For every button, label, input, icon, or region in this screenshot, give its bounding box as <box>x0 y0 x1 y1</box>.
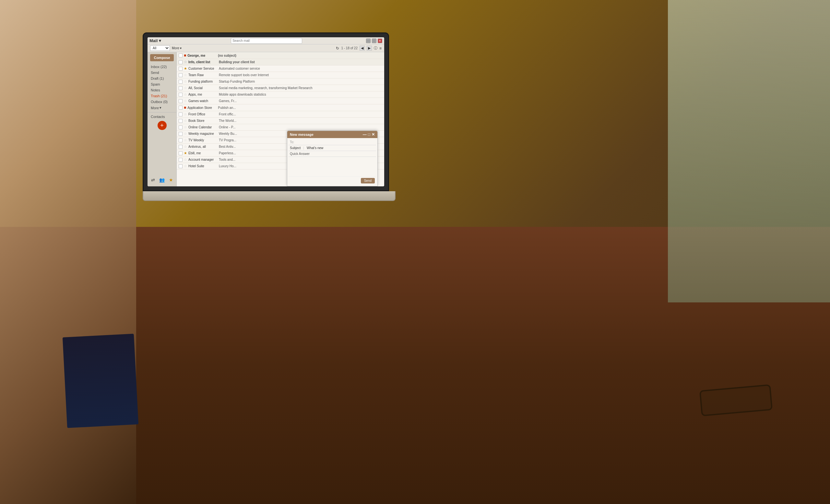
sidebar-item-contacts[interactable]: Contacts <box>148 114 177 120</box>
email-row[interactable]: ■George, me(no subject) <box>177 52 384 59</box>
email-star[interactable]: ☆ <box>184 99 187 103</box>
email-subject: Mobile apps downloads statistics <box>219 93 382 96</box>
close-button[interactable]: ✕ <box>378 39 382 43</box>
email-row[interactable]: ☆Team RawRemote support tools over Inter… <box>177 72 384 78</box>
email-checkbox[interactable] <box>179 60 183 64</box>
notebook <box>63 334 138 428</box>
sidebar-item-notes[interactable]: Notes <box>148 87 177 93</box>
email-star[interactable]: ★ <box>184 66 187 71</box>
email-sender: Funding platform <box>188 80 218 83</box>
email-row[interactable]: ■Application StorePublish an... <box>177 104 384 111</box>
filter-select[interactable]: All Unread <box>150 45 170 51</box>
toolbar: All Unread More ▾ ↻ 1 - 18 of 22 ◀ ▶ ⓘ ≡ <box>148 44 384 52</box>
sidebar-contacts-icon[interactable]: 👥 <box>159 177 165 182</box>
sidebar-item-more[interactable]: More ▾ <box>148 105 177 111</box>
email-star[interactable]: ☆ <box>184 144 187 149</box>
email-sender: Application Store <box>187 106 217 109</box>
email-row[interactable]: ☆Book StoreThe World... <box>177 117 384 124</box>
email-sender: Customer Service <box>188 67 218 70</box>
menu-icon[interactable]: ≡ <box>379 46 382 51</box>
subject-tab[interactable]: Subject <box>290 146 300 150</box>
email-checkbox[interactable] <box>179 164 183 168</box>
email-checkbox[interactable] <box>179 138 183 142</box>
email-row[interactable]: ☆Online CalendarOnline - P... <box>177 124 384 131</box>
send-button[interactable]: Send <box>361 178 375 183</box>
email-star[interactable]: ☆ <box>184 125 187 129</box>
email-row[interactable]: ☆Games watchGames, Fr... <box>177 98 384 104</box>
sidebar: Compose Inbox (22) Send Draft (1) Spam <box>148 52 177 187</box>
minimize-button[interactable]: — <box>366 39 371 43</box>
email-star[interactable]: ☆ <box>184 112 187 116</box>
email-checkbox[interactable] <box>179 93 183 97</box>
email-row[interactable]: ★Customer ServiceAutomated customer serv… <box>177 65 384 72</box>
sidebar-item-inbox[interactable]: Inbox (22) <box>148 64 177 70</box>
email-row[interactable]: ☆Apps, meMobile apps downloads statistic… <box>177 91 384 98</box>
whats-new-tab[interactable]: What's new <box>307 146 323 150</box>
refresh-icon[interactable]: ↻ <box>336 46 339 51</box>
email-subject: Building your client list <box>219 60 382 64</box>
email-star[interactable]: ☆ <box>184 119 187 123</box>
email-checkbox[interactable] <box>179 112 183 116</box>
email-row[interactable]: ☆Funding platformStartup Funding Platfor… <box>177 78 384 85</box>
popup-close-button[interactable]: ✕ <box>372 132 375 137</box>
email-checkbox[interactable] <box>179 99 183 103</box>
popup-body: To: Subject | What's new Quick Answer <box>287 138 377 186</box>
sidebar-item-trash[interactable]: Trash (21) <box>148 93 177 99</box>
laptop-screen: Mail ▾ 🎤 🔍 — □ ✕ <box>148 37 384 187</box>
to-input[interactable] <box>301 140 375 144</box>
email-checkbox[interactable] <box>179 106 183 109</box>
email-checkbox[interactable] <box>179 54 183 57</box>
maximize-button[interactable]: □ <box>372 39 376 43</box>
sidebar-item-send[interactable]: Send <box>148 70 177 75</box>
email-star[interactable]: ■ <box>184 53 186 58</box>
email-star[interactable]: ☆ <box>184 60 187 64</box>
info-icon[interactable]: ⓘ <box>374 46 377 51</box>
email-row[interactable]: ☆Info, client listBuilding your client l… <box>177 59 384 65</box>
sidebar-item-spam[interactable]: Spam <box>148 81 177 87</box>
email-star[interactable]: ☆ <box>184 86 187 90</box>
next-page-button[interactable]: ▶ <box>367 46 372 51</box>
fab-button[interactable]: + <box>158 121 167 130</box>
sidebar-star-icon[interactable]: ★ <box>169 177 173 182</box>
email-row[interactable]: ☆Front OfficeFront offic... <box>177 111 384 117</box>
email-checkbox[interactable] <box>179 67 183 71</box>
email-star[interactable]: ■ <box>184 105 186 110</box>
more-button[interactable]: More ▾ <box>172 46 182 50</box>
email-sender: Antivirus, all <box>188 145 218 148</box>
search-input[interactable] <box>231 38 302 44</box>
email-checkbox[interactable] <box>179 119 183 123</box>
prev-page-button[interactable]: ◀ <box>359 46 365 51</box>
email-checkbox[interactable] <box>179 152 183 155</box>
email-checkbox[interactable] <box>179 126 183 129</box>
sidebar-item-outbox[interactable]: Outbox (0) <box>148 99 177 105</box>
dropdown-arrow-icon[interactable]: ▾ <box>159 38 161 43</box>
email-subject: (no subject) <box>218 54 382 57</box>
email-star[interactable]: ☆ <box>184 92 187 97</box>
popup-quick-answer: Quick Answer <box>289 151 376 157</box>
email-row[interactable]: ☆All, SocialSocial media marketing, rese… <box>177 85 384 91</box>
sidebar-item-draft[interactable]: Draft (1) <box>148 75 177 81</box>
email-checkbox[interactable] <box>179 73 183 77</box>
email-star[interactable]: ☆ <box>184 158 187 162</box>
email-sender: All, Social <box>188 86 218 90</box>
popup-minimize-button[interactable]: — <box>363 132 367 137</box>
email-star[interactable]: ☆ <box>184 79 187 83</box>
email-checkbox[interactable] <box>179 132 183 136</box>
popup-to-field: To: <box>289 139 376 145</box>
email-checkbox[interactable] <box>179 80 183 83</box>
email-star[interactable]: ★ <box>184 151 187 155</box>
email-star[interactable]: ☆ <box>184 164 187 168</box>
email-checkbox[interactable] <box>179 158 183 162</box>
sidebar-settings-icon[interactable]: ⇄ <box>151 177 155 182</box>
email-checkbox[interactable] <box>179 86 183 90</box>
popup-body-area[interactable] <box>289 157 376 176</box>
email-star[interactable]: ☆ <box>184 132 187 136</box>
sidebar-bottom-icons: ⇄ 👥 ★ <box>148 175 177 184</box>
email-star[interactable]: ☆ <box>184 138 187 142</box>
popup-title: New message <box>290 133 314 136</box>
more-chevron-icon: ▾ <box>160 106 161 110</box>
email-checkbox[interactable] <box>179 145 183 149</box>
compose-button[interactable]: Compose <box>150 54 174 61</box>
email-star[interactable]: ☆ <box>184 73 187 77</box>
popup-expand-button[interactable]: □ <box>368 132 370 137</box>
